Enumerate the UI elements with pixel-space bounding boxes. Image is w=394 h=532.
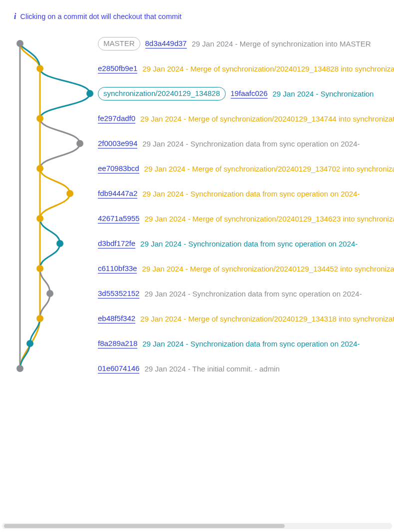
graph-edge: [40, 118, 80, 144]
commit-dot[interactable]: [66, 190, 73, 197]
commit-message: 29 Jan 2024 - Merge of synchronization/2…: [142, 264, 394, 273]
commit-hash-link[interactable]: e2850fb9e1: [98, 64, 137, 74]
commit-dot[interactable]: [86, 90, 93, 97]
commit-hash-link[interactable]: 8d3a449d37: [145, 39, 187, 48]
commit-dot[interactable]: [36, 315, 43, 322]
commit-row: f8a289a21829 Jan 2024 - Synchronization …: [98, 331, 394, 356]
commit-hash-link[interactable]: f8a289a218: [98, 339, 137, 348]
commit-message: 29 Jan 2024 - Synchronization data from …: [140, 240, 358, 248]
graph-edge: [40, 144, 80, 168]
commit-row: eb48f5f34229 Jan 2024 - Merge of synchro…: [98, 306, 394, 331]
commit-hash-link[interactable]: 42671a5955: [98, 214, 139, 224]
commit-row: fe297dadf029 Jan 2024 - Merge of synchro…: [98, 106, 394, 131]
commit-row: fdb94447a229 Jan 2024 - Synchronization …: [98, 181, 394, 206]
graph-edge: [40, 218, 60, 244]
checkout-hint: i Clicking on a commit dot will checkout…: [0, 12, 394, 21]
commit-message: 29 Jan 2024 - Synchronization data from …: [142, 140, 360, 148]
graph-edge: [40, 294, 50, 318]
graph-edge: [40, 194, 70, 218]
commit-hash-link[interactable]: d3bdf172fe: [98, 239, 135, 248]
commit-dot[interactable]: [36, 115, 43, 122]
commit-message: 29 Jan 2024 - Merge of synchronization/2…: [144, 214, 394, 223]
commit-hash-link[interactable]: 3d55352152: [98, 289, 139, 298]
commit-hash-link[interactable]: 01e6074146: [98, 364, 139, 374]
horizontal-scrollbar[interactable]: [2, 523, 392, 529]
scrollbar-thumb[interactable]: [4, 524, 285, 528]
commit-row: 01e607414629 Jan 2024 - The initial comm…: [98, 356, 394, 381]
commit-row: MASTER8d3a449d3729 Jan 2024 - Merge of s…: [98, 31, 394, 56]
commit-row: synchronization/20240129_13482819faafc02…: [98, 81, 394, 106]
commit-dot[interactable]: [36, 265, 43, 272]
commit-dot[interactable]: [36, 215, 43, 222]
commit-dot[interactable]: [36, 65, 43, 72]
commit-row: d3bdf172fe29 Jan 2024 - Synchronization …: [98, 231, 394, 256]
commit-dot[interactable]: [26, 340, 33, 347]
graph-edge: [30, 318, 40, 344]
commit-dot[interactable]: [56, 240, 63, 247]
branch-label[interactable]: synchronization/20240129_134828: [98, 87, 226, 100]
commit-message: 29 Jan 2024 - Synchronization data from …: [142, 340, 360, 348]
commit-row: c6110bf33e29 Jan 2024 - Merge of synchro…: [98, 256, 394, 281]
commit-message: 29 Jan 2024 - Synchronization data from …: [142, 190, 360, 198]
commit-dot[interactable]: [46, 290, 53, 297]
commit-message: 29 Jan 2024 - Merge of synchronization/2…: [140, 114, 394, 123]
commit-hash-link[interactable]: eb48f5f342: [98, 314, 135, 324]
graph-edge: [40, 268, 50, 294]
graph-edge: [40, 168, 70, 194]
commit-message: 29 Jan 2024 - Merge of synchronization/2…: [142, 64, 394, 73]
commit-hash-link[interactable]: ee70983bcd: [98, 164, 139, 174]
commit-rows: MASTER8d3a449d3729 Jan 2024 - Merge of s…: [98, 31, 394, 381]
graph-edge: [40, 244, 60, 268]
commit-row: ee70983bcd29 Jan 2024 - Merge of synchro…: [98, 156, 394, 181]
hint-text: Clicking on a commit dot will checkout t…: [20, 12, 181, 20]
info-icon: i: [14, 12, 16, 21]
commit-dot[interactable]: [36, 165, 43, 172]
branch-label[interactable]: MASTER: [98, 37, 140, 50]
graph-edge: [40, 68, 90, 94]
commit-message: 29 Jan 2024 - Merge of synchronization i…: [192, 40, 371, 48]
commit-dot[interactable]: [16, 40, 23, 47]
commit-hash-link[interactable]: 19faafc026: [231, 89, 268, 98]
commit-message: 29 Jan 2024 - Synchronization: [273, 90, 374, 98]
commit-hash-link[interactable]: 2f0003e994: [98, 139, 137, 148]
commit-hash-link[interactable]: c6110bf33e: [98, 264, 137, 274]
commit-row: 42671a595529 Jan 2024 - Merge of synchro…: [98, 206, 394, 231]
graph-edge: [40, 94, 90, 118]
commit-message: 29 Jan 2024 - Merge of synchronization/2…: [144, 164, 394, 173]
commit-graph: MASTER8d3a449d3729 Jan 2024 - Merge of s…: [0, 31, 394, 381]
commit-dot[interactable]: [16, 365, 23, 372]
commit-row: 3d5535215229 Jan 2024 - Synchronization …: [98, 281, 394, 306]
commit-dot[interactable]: [76, 140, 83, 147]
commit-hash-link[interactable]: fe297dadf0: [98, 114, 135, 124]
commit-row: e2850fb9e129 Jan 2024 - Merge of synchro…: [98, 56, 394, 81]
graph-svg: [13, 31, 93, 391]
commit-row: 2f0003e99429 Jan 2024 - Synchronization …: [98, 131, 394, 156]
commit-message: 29 Jan 2024 - Synchronization data from …: [144, 290, 362, 298]
commit-message: 29 Jan 2024 - The initial commit. - admi…: [144, 364, 280, 373]
commit-message: 29 Jan 2024 - Merge of synchronization/2…: [140, 314, 394, 323]
commit-hash-link[interactable]: fdb94447a2: [98, 189, 137, 198]
